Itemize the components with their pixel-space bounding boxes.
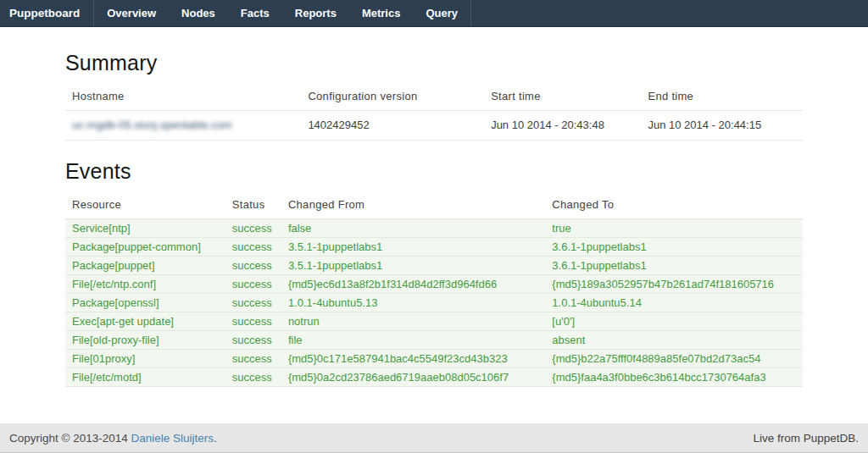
event-resource: Service[ntp] bbox=[65, 219, 225, 238]
event-status: success bbox=[225, 257, 281, 275]
event-changed-from: 3.5.1-1puppetlabs1 bbox=[281, 238, 545, 257]
event-status: success bbox=[225, 275, 281, 294]
navbar-divider bbox=[470, 0, 471, 26]
event-changed-from: false bbox=[281, 219, 545, 238]
events-col-changed-to: Changed To bbox=[545, 192, 803, 219]
event-row: Exec[apt-get update] success notrun [u'0… bbox=[65, 312, 803, 331]
event-resource: Package[puppet] bbox=[65, 257, 225, 275]
event-resource: Package[puppet-common] bbox=[65, 238, 225, 257]
author-link[interactable]: Daniele Sluijters bbox=[131, 432, 214, 445]
event-row: Package[openssl] success 1.0.1-4ubuntu5.… bbox=[65, 294, 803, 312]
event-resource: File[01proxy] bbox=[65, 350, 225, 368]
event-changed-to: [u'0'] bbox=[545, 312, 803, 331]
event-status: success bbox=[225, 238, 281, 257]
configuration-version-value: 1402429452 bbox=[301, 111, 484, 141]
event-changed-to: absent bbox=[545, 331, 803, 350]
event-resource: File[/etc/motd] bbox=[65, 368, 225, 387]
event-row: File[01proxy] success {md5}0c171e587941b… bbox=[65, 350, 803, 368]
event-status: success bbox=[225, 219, 281, 238]
event-status: success bbox=[225, 294, 281, 312]
event-changed-to: 3.6.1-1puppetlabs1 bbox=[545, 238, 803, 257]
summary-col-end-time: End time bbox=[641, 84, 803, 111]
event-row: File[/etc/motd] success {md5}0a2cd23786a… bbox=[65, 368, 803, 387]
navbar-items: OverviewNodesFactsReportsMetricsQuery bbox=[94, 0, 470, 26]
events-section-title: Events bbox=[65, 159, 803, 184]
nav-item-query[interactable]: Query bbox=[413, 0, 470, 26]
event-row: Package[puppet-common] success 3.5.1-1pu… bbox=[65, 238, 803, 257]
summary-col-hostname: Hostname bbox=[65, 84, 301, 111]
copyright-text: Copyright © 2013-2014 Daniele Sluijters. bbox=[9, 432, 217, 445]
summary-section-title: Summary bbox=[65, 51, 803, 75]
main-content: Summary Hostname Configuration version S… bbox=[65, 51, 803, 387]
event-changed-to: {md5}faa4a3f0bbe6c3b614bcc1730764afa3 bbox=[545, 368, 803, 387]
summary-table: Hostname Configuration version Start tim… bbox=[65, 84, 803, 141]
event-row: File[old-proxy-file] success file absent bbox=[65, 331, 803, 350]
event-status: success bbox=[225, 312, 281, 331]
event-resource: Package[openssl] bbox=[65, 294, 225, 312]
event-changed-from: 3.5.1-1puppetlabs1 bbox=[281, 257, 545, 275]
events-table: Resource Status Changed From Changed To … bbox=[65, 192, 803, 387]
event-row: Package[puppet] success 3.5.1-1puppetlab… bbox=[65, 257, 803, 275]
nav-item-nodes[interactable]: Nodes bbox=[169, 0, 228, 26]
top-navbar: Puppetboard OverviewNodesFactsReportsMet… bbox=[0, 0, 868, 27]
event-row: File[/etc/ntp.conf] success {md5}ec6d13a… bbox=[65, 275, 803, 294]
event-resource: File[old-proxy-file] bbox=[65, 331, 225, 350]
copyright-prefix: Copyright © 2013-2014 bbox=[9, 432, 131, 445]
event-changed-from: {md5}ec6d13a8f2b1f314d84d2ff3d964fd66 bbox=[281, 275, 545, 294]
event-row: Service[ntp] success false true bbox=[65, 219, 803, 238]
event-status: success bbox=[225, 350, 281, 368]
event-changed-from: 1.0.1-4ubuntu5.13 bbox=[281, 294, 545, 312]
event-resource: Exec[apt-get update] bbox=[65, 312, 225, 331]
event-status: success bbox=[225, 368, 281, 387]
navbar-brand-puppetboard[interactable]: Puppetboard bbox=[0, 0, 93, 26]
nav-item-overview[interactable]: Overview bbox=[94, 0, 169, 26]
events-col-changed-from: Changed From bbox=[281, 192, 545, 219]
event-status: success bbox=[225, 331, 281, 350]
events-header-row: Resource Status Changed From Changed To bbox=[65, 192, 803, 219]
event-changed-to: {md5}b22a75fff0f4889a85fe07bd2d73ac54 bbox=[545, 350, 803, 368]
live-from-puppetdb-label: Live from PuppetDB. bbox=[753, 432, 859, 445]
event-changed-from: notrun bbox=[281, 312, 545, 331]
nav-item-reports[interactable]: Reports bbox=[282, 0, 349, 26]
start-time-value: Jun 10 2014 - 20:43:48 bbox=[484, 111, 641, 141]
hostname-link[interactable]: uc-mgdb-05.stsnj.opentable.com bbox=[72, 119, 232, 131]
copyright-suffix: . bbox=[214, 432, 217, 445]
event-changed-to: 3.6.1-1puppetlabs1 bbox=[545, 257, 803, 275]
event-changed-from: file bbox=[281, 331, 545, 350]
summary-header-row: Hostname Configuration version Start tim… bbox=[65, 84, 803, 111]
nav-item-facts[interactable]: Facts bbox=[228, 0, 282, 26]
event-resource: File[/etc/ntp.conf] bbox=[65, 275, 225, 294]
summary-row: uc-mgdb-05.stsnj.opentable.com 140242945… bbox=[65, 111, 803, 141]
page-footer: Copyright © 2013-2014 Daniele Sluijters.… bbox=[0, 423, 868, 453]
event-changed-to: true bbox=[545, 219, 803, 238]
summary-col-start-time: Start time bbox=[484, 84, 641, 111]
nav-item-metrics[interactable]: Metrics bbox=[349, 0, 414, 26]
event-changed-from: {md5}0c171e587941bac4c5549f23cd43b323 bbox=[281, 350, 545, 368]
event-changed-from: {md5}0a2cd23786aed6719aaeb08d05c106f7 bbox=[281, 368, 545, 387]
event-changed-to: 1.0.1-4ubuntu5.14 bbox=[545, 294, 803, 312]
end-time-value: Jun 10 2014 - 20:44:15 bbox=[641, 111, 803, 141]
events-col-status: Status bbox=[225, 192, 281, 219]
events-col-resource: Resource bbox=[65, 192, 225, 219]
summary-col-configuration-version: Configuration version bbox=[301, 84, 484, 111]
event-changed-to: {md5}189a3052957b47b261ad74f181605716 bbox=[545, 275, 803, 294]
